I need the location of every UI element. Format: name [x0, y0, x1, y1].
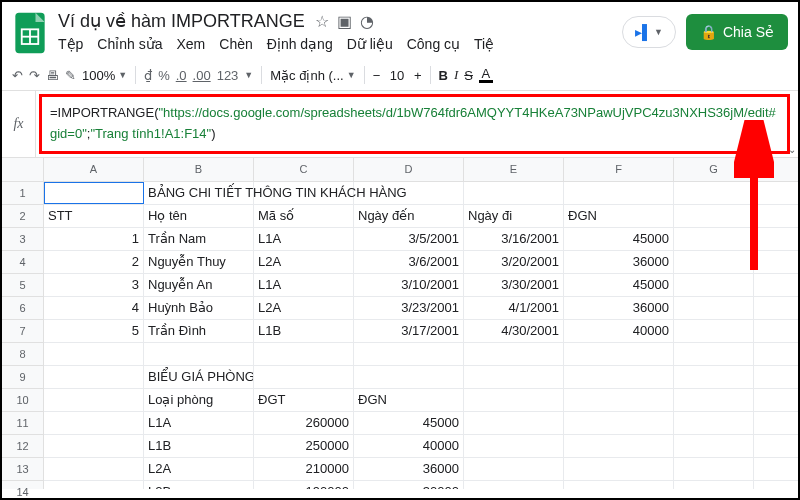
cell-E8[interactable]	[464, 343, 564, 365]
cell-B11[interactable]: L1A	[144, 412, 254, 434]
cell-E13[interactable]	[464, 458, 564, 480]
cell-A12[interactable]	[44, 435, 144, 457]
cell-A3[interactable]: 1	[44, 228, 144, 250]
cell-B7[interactable]: Trần Đình	[144, 320, 254, 342]
doc-title[interactable]: Ví dụ về hàm IMPORTRANGE	[58, 10, 305, 32]
cell-B12[interactable]: L1B	[144, 435, 254, 457]
row-header-1[interactable]: 1	[2, 182, 43, 205]
col-header-B[interactable]: B	[144, 158, 254, 181]
cell-C10[interactable]: ĐGT	[254, 389, 354, 411]
cell-E6[interactable]: 4/1/2001	[464, 297, 564, 319]
cell-F9[interactable]	[564, 366, 674, 388]
cell-C13[interactable]: 210000	[254, 458, 354, 480]
cell-E3[interactable]: 3/16/2001	[464, 228, 564, 250]
cell-A8[interactable]	[44, 343, 144, 365]
cell-A13[interactable]	[44, 458, 144, 480]
cell-G9[interactable]	[674, 366, 754, 388]
cell-B9[interactable]: BIỂU GIÁ PHÒNG	[144, 366, 254, 388]
cell-B5[interactable]: Nguyễn An	[144, 274, 254, 296]
cell-G1[interactable]	[674, 182, 754, 204]
cell-D14[interactable]: 30000	[354, 481, 464, 489]
row-header-9[interactable]: 9	[2, 366, 43, 389]
cell-D2[interactable]: Ngày đến	[354, 205, 464, 227]
row-header-2[interactable]: 2	[2, 205, 43, 228]
decrease-decimal-button[interactable]: .0	[176, 68, 187, 83]
menu-extensions[interactable]: Tiệ	[474, 36, 494, 52]
cell-G2[interactable]	[674, 205, 754, 227]
cell-D8[interactable]	[354, 343, 464, 365]
cell-B14[interactable]: L2B	[144, 481, 254, 489]
cell-F2[interactable]: ĐGN	[564, 205, 674, 227]
cell-A9[interactable]	[44, 366, 144, 388]
star-icon[interactable]: ☆	[315, 12, 329, 31]
cell-E9[interactable]	[464, 366, 564, 388]
row-header-8[interactable]: 8	[2, 343, 43, 366]
cell-B4[interactable]: Nguyễn Thuy	[144, 251, 254, 273]
cell-G13[interactable]	[674, 458, 754, 480]
bold-button[interactable]: B	[439, 68, 448, 83]
col-header-G[interactable]: G	[674, 158, 754, 181]
cell-A4[interactable]: 2	[44, 251, 144, 273]
cell-E10[interactable]	[464, 389, 564, 411]
cell-D6[interactable]: 3/23/2001	[354, 297, 464, 319]
cell-B3[interactable]: Trần Nam	[144, 228, 254, 250]
row-header-14[interactable]: 14	[2, 481, 43, 500]
menu-data[interactable]: Dữ liệu	[347, 36, 393, 52]
move-folder-icon[interactable]: ▣	[337, 12, 352, 31]
cell-A14[interactable]	[44, 481, 144, 489]
cell-C7[interactable]: L1B	[254, 320, 354, 342]
cell-C12[interactable]: 250000	[254, 435, 354, 457]
cell-E11[interactable]	[464, 412, 564, 434]
cell-G10[interactable]	[674, 389, 754, 411]
menu-file[interactable]: Tệp	[58, 36, 83, 52]
cell-F1[interactable]	[564, 182, 674, 204]
share-button[interactable]: 🔒 Chia Sẻ	[686, 14, 788, 50]
cell-A1[interactable]	[44, 182, 144, 204]
col-header-D[interactable]: D	[354, 158, 464, 181]
cell-C14[interactable]: 190000	[254, 481, 354, 489]
cell-D10[interactable]: ĐGN	[354, 389, 464, 411]
paint-format-icon[interactable]: ✎	[65, 68, 76, 83]
cell-C9[interactable]	[254, 366, 354, 388]
formula-bar[interactable]: =IMPORTRANGE("https://docs.google.com/sp…	[39, 94, 790, 154]
cell-E4[interactable]: 3/20/2001	[464, 251, 564, 273]
cell-D7[interactable]: 3/17/2001	[354, 320, 464, 342]
cell-G11[interactable]	[674, 412, 754, 434]
font-size-select[interactable]: − 10 +	[373, 68, 422, 83]
row-header-10[interactable]: 10	[2, 389, 43, 412]
row-header-12[interactable]: 12	[2, 435, 43, 458]
row-header-3[interactable]: 3	[2, 228, 43, 251]
undo-icon[interactable]: ↶	[12, 68, 23, 83]
cell-F12[interactable]	[564, 435, 674, 457]
cell-F10[interactable]	[564, 389, 674, 411]
cell-F8[interactable]	[564, 343, 674, 365]
cell-G8[interactable]	[674, 343, 754, 365]
row-header-7[interactable]: 7	[2, 320, 43, 343]
cell-E2[interactable]: Ngày đi	[464, 205, 564, 227]
cell-C11[interactable]: 260000	[254, 412, 354, 434]
cell-A5[interactable]: 3	[44, 274, 144, 296]
cell-D5[interactable]: 3/10/2001	[354, 274, 464, 296]
cell-E14[interactable]	[464, 481, 564, 489]
cell-F3[interactable]: 45000	[564, 228, 674, 250]
select-all-corner[interactable]	[2, 158, 43, 182]
cell-B6[interactable]: Huỳnh Bảo	[144, 297, 254, 319]
menu-view[interactable]: Xem	[177, 36, 206, 52]
cell-D4[interactable]: 3/6/2001	[354, 251, 464, 273]
menu-edit[interactable]: Chỉnh sửa	[97, 36, 162, 52]
cell-C5[interactable]: L1A	[254, 274, 354, 296]
italic-button[interactable]: I	[454, 67, 458, 83]
cell-D12[interactable]: 40000	[354, 435, 464, 457]
percent-button[interactable]: %	[158, 68, 170, 83]
cell-C6[interactable]: L2A	[254, 297, 354, 319]
more-formats-button[interactable]: 123▼	[217, 68, 254, 83]
cell-C4[interactable]: L2A	[254, 251, 354, 273]
cell-G6[interactable]	[674, 297, 754, 319]
row-header-11[interactable]: 11	[2, 412, 43, 435]
cell-A2[interactable]: STT	[44, 205, 144, 227]
cell-F7[interactable]: 40000	[564, 320, 674, 342]
cell-C8[interactable]	[254, 343, 354, 365]
cell-D9[interactable]	[354, 366, 464, 388]
cell-E5[interactable]: 3/30/2001	[464, 274, 564, 296]
col-header-C[interactable]: C	[254, 158, 354, 181]
